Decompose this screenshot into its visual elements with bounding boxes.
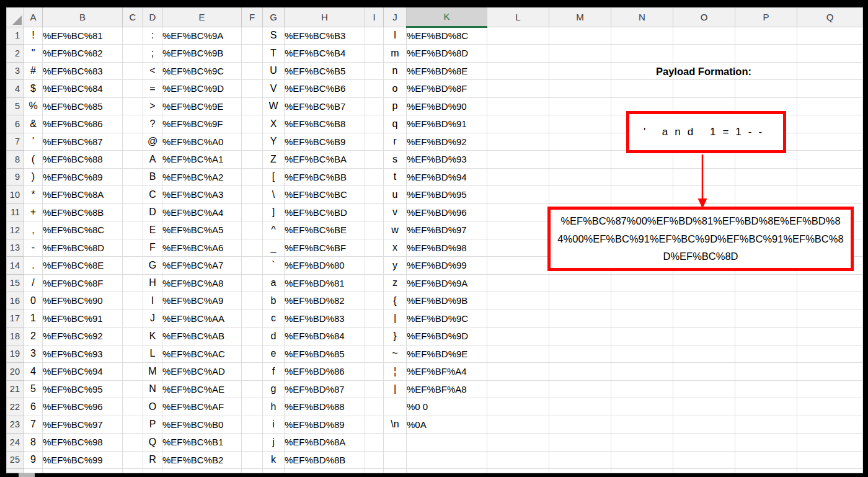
cell-G5[interactable]: W [263,97,285,115]
column-header-D[interactable]: D [143,7,162,27]
row-header-6[interactable]: 6 [7,115,24,133]
cell-I7[interactable] [365,133,384,151]
cell-N4[interactable] [611,80,673,98]
cell-J22[interactable] [384,398,407,416]
cell-H18[interactable]: %EF%BD%84 [285,328,365,345]
cell-A16[interactable]: 0 [24,292,43,310]
cell-I15[interactable] [365,274,384,292]
cell-A4[interactable]: $ [24,80,43,98]
cell-G13[interactable]: _ [263,239,285,257]
cell-I8[interactable] [365,151,384,169]
row-header-15[interactable]: 15 [7,274,24,292]
cell-P25[interactable] [735,451,797,469]
column-header-K[interactable]: K [407,7,487,27]
row-header-17[interactable]: 17 [7,310,24,328]
cell-K17[interactable]: %EF%BD%9C [407,310,487,328]
cell-L1[interactable] [487,27,549,45]
cell-I18[interactable] [365,328,384,345]
cell-E5[interactable]: %EF%BC%9E [162,97,242,115]
cell-C25[interactable] [123,451,143,469]
cell-I9[interactable] [365,168,384,186]
cell-L3[interactable] [487,62,549,80]
cell-A17[interactable]: 1 [24,310,43,328]
cell-B12[interactable]: %EF%BC%8C [43,221,123,239]
cell-L13[interactable] [487,239,549,257]
cell-Q6[interactable] [797,115,863,133]
cell-K1[interactable]: %EF%BD%8C [407,27,487,45]
cell-A25[interactable]: 9 [24,451,43,469]
cell-K16[interactable]: %EF%BD%9B [407,292,487,310]
cell-H12[interactable]: %EF%BC%BE [285,221,365,239]
cell-L12[interactable] [487,221,549,239]
cell-B22[interactable]: %EF%BC%96 [43,398,123,416]
cell-A10[interactable]: * [24,186,43,204]
cell-O22[interactable] [673,398,735,416]
cell-J11[interactable]: v [384,203,407,221]
cell-H25[interactable]: %EF%BD%8B [285,451,365,469]
cell-A9[interactable]: ) [24,168,43,186]
cell-B2[interactable]: %EF%BC%82 [43,45,123,63]
row-header-10[interactable]: 10 [7,186,24,204]
cell-F23[interactable] [242,416,263,434]
cell-E12[interactable]: %EF%BC%A5 [162,221,242,239]
cell-I22[interactable] [365,398,384,416]
cell-C14[interactable] [123,257,143,275]
row-header-11[interactable]: 11 [7,203,24,221]
cell-D14[interactable]: G [143,257,162,275]
cell-O24[interactable] [673,434,735,452]
cell-F1[interactable] [242,27,263,45]
cell-N15[interactable] [611,274,673,292]
cell-A5[interactable]: % [24,97,43,115]
column-header-F[interactable]: F [242,7,263,27]
cell-P24[interactable] [735,434,797,452]
row-header-13[interactable]: 13 [7,239,24,257]
cell-H24[interactable]: %EF%BD%8A [285,434,365,452]
cell-G21[interactable]: g [263,380,285,398]
cell-C9[interactable] [123,168,143,186]
cell-L4[interactable] [487,80,549,98]
cell-E20[interactable]: %EF%BC%AD [162,363,242,381]
cell-H6[interactable]: %EF%BC%B8 [285,115,365,133]
cell-C11[interactable] [123,203,143,221]
cell-D24[interactable]: Q [143,434,162,452]
cell-D21[interactable]: N [143,380,162,398]
cell-P23[interactable] [735,416,797,434]
cell-D10[interactable]: C [143,186,162,204]
cell-D12[interactable]: E [143,221,162,239]
cell-M10[interactable] [549,186,611,204]
cell-M5[interactable] [549,97,611,115]
cell-N18[interactable] [611,328,673,345]
cell-J24[interactable] [384,434,407,452]
cell-L14[interactable] [487,257,549,275]
column-header-J[interactable]: J [384,7,407,27]
row-header-14[interactable]: 14 [7,257,24,275]
cell-Q20[interactable] [797,363,863,381]
cell-P21[interactable] [735,380,797,398]
cell-A12[interactable]: , [24,221,43,239]
column-header-P[interactable]: P [735,7,797,27]
cell-B24[interactable]: %EF%BC%98 [43,434,123,452]
cell-N16[interactable] [611,292,673,310]
cell-D22[interactable]: O [143,398,162,416]
cell-I21[interactable] [365,380,384,398]
cell-F8[interactable] [242,151,263,169]
cell-J1[interactable]: l [384,27,407,45]
cell-J4[interactable]: o [384,80,407,98]
cell-C15[interactable] [123,274,143,292]
cell-G18[interactable]: d [263,328,285,345]
cell-O20[interactable] [673,363,735,381]
row-header-3[interactable]: 3 [7,62,24,80]
cell-P4[interactable] [735,80,797,98]
cell-D18[interactable]: K [143,328,162,345]
cell-N20[interactable] [611,363,673,381]
cell-Q22[interactable] [797,398,863,416]
row-header-7[interactable]: 7 [7,133,24,151]
column-header-O[interactable]: O [673,7,735,27]
cell-K20[interactable]: %EF%BF%A4 [407,363,487,381]
cell-F6[interactable] [242,115,263,133]
cell-M8[interactable] [549,151,611,169]
cell-E14[interactable]: %EF%BC%A7 [162,257,242,275]
cell-K23[interactable]: %0A [407,416,487,434]
cell-P10[interactable] [735,186,797,204]
cell-M23[interactable] [549,416,611,434]
